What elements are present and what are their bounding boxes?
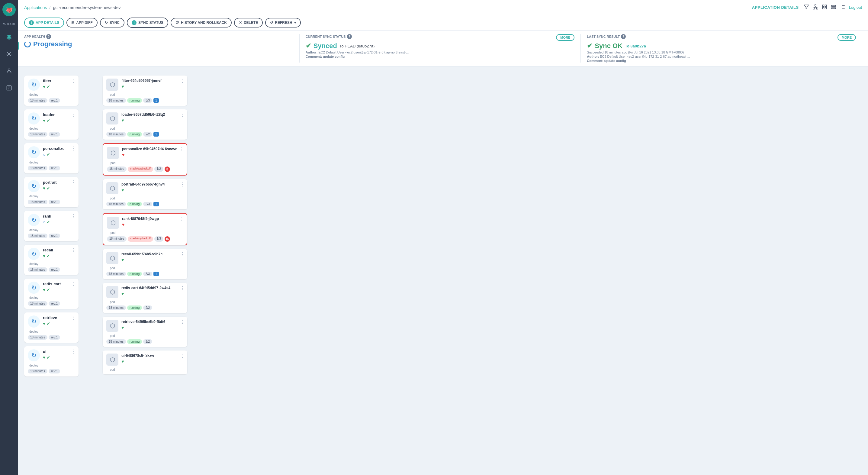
svg-rect-8 — [813, 8, 814, 9]
loader-pod-node[interactable]: ⋮ ⬡ pod loader-8657dd59b6-t28q2 ♥ — [103, 109, 187, 140]
breadcrumb-applications-link[interactable]: Applications — [24, 5, 47, 10]
list2-icon[interactable] — [840, 4, 845, 11]
filter-pod-menu[interactable]: ⋮ — [180, 78, 185, 84]
app-details-button[interactable]: i APP DETAILS — [24, 18, 64, 28]
delete-icon: ✕ — [239, 21, 242, 25]
sync-status-button[interactable]: i SYNC STATUS — [127, 18, 168, 28]
retrieve-deploy-menu[interactable]: ⋮ — [71, 315, 76, 321]
svg-rect-16 — [825, 7, 826, 9]
redis-cart-pod-menu[interactable]: ⋮ — [180, 285, 185, 291]
redis-cart-deploy-menu[interactable]: ⋮ — [71, 281, 76, 287]
ui-pod-node[interactable]: ⋮ ⬡ pod ui-548f678c5-fzkzw ♥ — [103, 351, 187, 375]
rank-pod-node[interactable]: ⋮ ⬡ pod rank-f887948f4-j9wgp ♥ — [103, 213, 187, 245]
topbar-right: APPLICATION DETAILS — [752, 4, 862, 11]
last-sync-label: LAST SYNC RESULT ? — [587, 34, 626, 39]
recall-pod-icon: ⬡ — [106, 252, 118, 264]
loader-pod-menu[interactable]: ⋮ — [180, 112, 185, 118]
redis-cart-pod-node[interactable]: ⋮ ⬡ pod redis-cart-64ffd5dd97-2w4s4 ♥ — [103, 283, 187, 313]
filter-icon[interactable] — [804, 4, 809, 11]
portrait-pod-node[interactable]: ⋮ ⬡ pod portrait-64d97b667-fgnv4 ♥ — [103, 179, 187, 209]
last-sync-section: LAST SYNC RESULT ? MORE ✔ Sync OK To 8a0… — [587, 34, 862, 63]
filter-pod-node[interactable]: ⋮ ⬡ pod filter-694c596957-jmnvf ♥ — [103, 76, 187, 106]
personalize-deploy-icon: ↻ — [28, 146, 40, 158]
check-icon: ✔ — [46, 84, 50, 89]
toolbar: i APP DETAILS ⊞ APP DIFF ↻ SYNC i SYNC S… — [18, 15, 868, 31]
logout-button[interactable]: Log out — [849, 5, 862, 10]
personalize-pod-icon: ⬡ — [107, 147, 119, 159]
graph-area: ⋮ ↻ deploy filter ♥ ✔ — [18, 66, 868, 475]
last-sync-succeeded: Succeeded 18 minutes ago (Fri Jul 16 202… — [587, 51, 856, 54]
loader-pod-icon: ⬡ — [106, 112, 118, 124]
breadcrumb: Applications / gcr-recommender-system-ne… — [24, 5, 121, 10]
heart-icon: ♥ — [43, 84, 45, 89]
sync-status-section: CURRENT SYNC STATUS ? MORE ✔ Synced To H… — [306, 34, 581, 63]
retrieve-pod-node[interactable]: ⋮ ⬡ pod retrieve-54f95bc6b9-f8dt6 ♥ — [103, 317, 187, 347]
list-icon[interactable] — [831, 4, 836, 11]
loader-deploy-menu[interactable]: ⋮ — [71, 112, 76, 118]
recall-pod-node[interactable]: ⋮ ⬡ pod recall-659fdf74b5-v9h7c ♥ — [103, 249, 187, 279]
rank-deploy-icon: ↻ — [28, 214, 40, 226]
heart-icon: ♥ — [43, 254, 45, 258]
sync-status-more-button[interactable]: MORE — [556, 34, 575, 41]
ui-deploy-menu[interactable]: ⋮ — [71, 349, 76, 354]
sidebar-item-docs[interactable] — [4, 83, 14, 93]
retrieve-deploy-node[interactable]: ⋮ ↻ deploy retrieve ♥ ✔ — [24, 313, 79, 343]
personalize-pod-menu[interactable]: ⋮ — [179, 146, 184, 152]
sidebar-item-layers[interactable] — [4, 32, 14, 42]
network-icon[interactable] — [813, 4, 818, 11]
delete-button[interactable]: ✕ DELETE — [234, 18, 263, 28]
recall-pod-menu[interactable]: ⋮ — [180, 251, 185, 257]
recall-deploy-menu[interactable]: ⋮ — [71, 247, 76, 253]
svg-point-0 — [8, 54, 10, 55]
dropdown-arrow-icon: ▾ — [294, 21, 296, 25]
redis-cart-deploy-node[interactable]: ⋮ ↻ deploy redis-cart ♥ ✔ — [24, 278, 79, 309]
recall-deploy-icon: ↻ — [28, 248, 40, 260]
sync-button[interactable]: ↻ SYNC — [100, 18, 124, 28]
last-sync-more-button[interactable]: MORE — [837, 34, 856, 41]
last-sync-header: LAST SYNC RESULT ? MORE — [587, 34, 856, 42]
portrait-pod-menu[interactable]: ⋮ — [180, 182, 185, 187]
heart-icon: ♥ — [121, 188, 124, 192]
grid-icon[interactable] — [822, 4, 827, 11]
rank-deploy-node[interactable]: ⋮ ↻ deploy rank ○ ✔ — [24, 211, 79, 241]
app-diff-button[interactable]: ⊞ APP DIFF — [66, 18, 97, 28]
ui-pod-menu[interactable]: ⋮ — [180, 353, 185, 359]
svg-rect-9 — [816, 8, 818, 9]
redis-cart-deploy-icon: ↻ — [28, 281, 40, 294]
app-health-section: APP HEALTH ? Progressing — [24, 34, 300, 63]
topbar: Applications / gcr-recommender-system-ne… — [18, 0, 868, 15]
svg-marker-6 — [804, 5, 808, 9]
recall-deploy-node[interactable]: ⋮ ↻ deploy recall ♥ ✔ — [24, 245, 79, 275]
filter-deploy-menu[interactable]: ⋮ — [71, 78, 76, 84]
ui-deploy-icon: ↻ — [28, 349, 40, 361]
app-health-label: APP HEALTH ? — [24, 34, 293, 39]
heart-icon: ♥ — [121, 359, 124, 364]
refresh-button[interactable]: ↺ REFRESH ▾ — [265, 18, 301, 28]
check-icon: ✔ — [46, 152, 50, 157]
heart-icon: ♥ — [43, 186, 45, 191]
filter-deploy-node[interactable]: ⋮ ↻ deploy filter ♥ ✔ — [24, 76, 79, 106]
svg-point-1 — [8, 69, 10, 71]
sync-status-info-icon: ? — [347, 34, 352, 39]
personalize-deploy-node[interactable]: ⋮ ↻ deploy personalize ○ ✔ — [24, 143, 79, 173]
sync-circle: ○ — [43, 220, 45, 225]
last-sync-author: Author: EC2 Default User <ec2-user@ip-17… — [587, 55, 856, 58]
app-details-link[interactable]: APPLICATION DETAILS — [752, 5, 799, 10]
ui-deploy-node[interactable]: ⋮ ↻ deploy ui ♥ ✔ — [24, 346, 79, 377]
deploy-column: ⋮ ↻ deploy filter ♥ ✔ — [24, 76, 79, 377]
svg-rect-7 — [814, 4, 816, 6]
sidebar-item-settings[interactable] — [4, 49, 14, 60]
history-button[interactable]: ⏱ HISTORY AND ROLLBACK — [170, 18, 231, 28]
sidebar-item-user[interactable] — [4, 65, 14, 77]
personalize-pod-node[interactable]: ⋮ ⬡ pod personalize-69b94597d4-6scww ♥ — [103, 143, 187, 176]
app-health-value: Progressing — [24, 40, 293, 48]
portrait-deploy-menu[interactable]: ⋮ — [71, 179, 76, 185]
retrieve-pod-icon: ⬡ — [106, 320, 118, 332]
retrieve-pod-menu[interactable]: ⋮ — [180, 319, 185, 325]
rank-pod-menu[interactable]: ⋮ — [179, 216, 184, 222]
rank-deploy-menu[interactable]: ⋮ — [71, 213, 76, 219]
loader-deploy-node[interactable]: ⋮ ↻ deploy loader ♥ ✔ — [24, 109, 79, 140]
portrait-deploy-node[interactable]: ⋮ ↻ deploy portrait ♥ ✔ — [24, 177, 79, 207]
check-icon: ✔ — [46, 220, 50, 225]
personalize-deploy-menu[interactable]: ⋮ — [71, 146, 76, 151]
